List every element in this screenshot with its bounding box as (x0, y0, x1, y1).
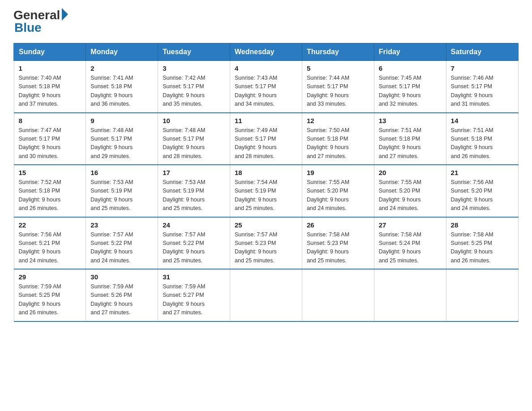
day-info: Sunrise: 7:58 AMSunset: 5:23 PMDaylight:… (307, 231, 349, 264)
calendar-cell: 3 Sunrise: 7:42 AMSunset: 5:17 PMDayligh… (158, 61, 230, 113)
logo-triangle-icon (62, 8, 68, 21)
calendar-cell: 15 Sunrise: 7:52 AMSunset: 5:18 PMDaylig… (14, 165, 86, 217)
calendar-cell: 11 Sunrise: 7:49 AMSunset: 5:17 PMDaylig… (230, 113, 302, 165)
day-info: Sunrise: 7:46 AMSunset: 5:17 PMDaylight:… (451, 75, 493, 107)
calendar-cell: 28 Sunrise: 7:58 AMSunset: 5:25 PMDaylig… (446, 217, 518, 270)
calendar-cell: 16 Sunrise: 7:53 AMSunset: 5:19 PMDaylig… (86, 165, 158, 217)
calendar-cell: 2 Sunrise: 7:41 AMSunset: 5:18 PMDayligh… (86, 61, 158, 113)
day-info: Sunrise: 7:43 AMSunset: 5:17 PMDaylight:… (235, 75, 277, 107)
logo-general-text: General (13, 9, 60, 21)
calendar-cell: 24 Sunrise: 7:57 AMSunset: 5:22 PMDaylig… (158, 217, 230, 270)
logo: General Blue (13, 9, 68, 34)
day-number: 6 (379, 64, 442, 72)
calendar-cell: 26 Sunrise: 7:58 AMSunset: 5:23 PMDaylig… (302, 217, 374, 270)
day-number: 22 (19, 221, 82, 229)
day-info: Sunrise: 7:51 AMSunset: 5:18 PMDaylight:… (379, 127, 421, 159)
calendar-cell: 13 Sunrise: 7:51 AMSunset: 5:18 PMDaylig… (374, 113, 446, 165)
calendar-week-row: 1 Sunrise: 7:40 AMSunset: 5:18 PMDayligh… (14, 61, 518, 113)
day-number: 30 (90, 273, 153, 281)
day-number: 8 (19, 117, 82, 124)
day-number: 10 (163, 117, 225, 124)
calendar-cell: 5 Sunrise: 7:44 AMSunset: 5:17 PMDayligh… (302, 61, 374, 113)
day-info: Sunrise: 7:49 AMSunset: 5:17 PMDaylight:… (235, 127, 277, 159)
calendar-cell: 30 Sunrise: 7:59 AMSunset: 5:26 PMDaylig… (86, 269, 158, 321)
day-info: Sunrise: 7:55 AMSunset: 5:20 PMDaylight:… (307, 179, 349, 211)
day-header-friday: Friday (374, 43, 446, 61)
calendar-week-row: 29 Sunrise: 7:59 AMSunset: 5:25 PMDaylig… (14, 269, 518, 321)
calendar-header-row: SundayMondayTuesdayWednesdayThursdayFrid… (14, 43, 518, 61)
logo-blue-text: Blue (13, 21, 68, 34)
calendar-cell: 17 Sunrise: 7:53 AMSunset: 5:19 PMDaylig… (158, 165, 230, 217)
day-number: 3 (163, 64, 225, 72)
calendar-week-row: 8 Sunrise: 7:47 AMSunset: 5:17 PMDayligh… (14, 113, 518, 165)
calendar-cell: 14 Sunrise: 7:51 AMSunset: 5:18 PMDaylig… (446, 113, 518, 165)
day-number: 17 (163, 169, 225, 176)
day-number: 12 (307, 117, 369, 124)
calendar-cell: 20 Sunrise: 7:55 AMSunset: 5:20 PMDaylig… (374, 165, 446, 217)
calendar-cell: 7 Sunrise: 7:46 AMSunset: 5:17 PMDayligh… (446, 61, 518, 113)
day-header-sunday: Sunday (14, 43, 86, 61)
calendar-cell: 21 Sunrise: 7:56 AMSunset: 5:20 PMDaylig… (446, 165, 518, 217)
calendar-cell: 8 Sunrise: 7:47 AMSunset: 5:17 PMDayligh… (14, 113, 86, 165)
day-info: Sunrise: 7:54 AMSunset: 5:19 PMDaylight:… (235, 179, 277, 211)
day-info: Sunrise: 7:53 AMSunset: 5:19 PMDaylight:… (90, 179, 133, 211)
day-info: Sunrise: 7:57 AMSunset: 5:23 PMDaylight:… (235, 231, 277, 264)
calendar-cell: 25 Sunrise: 7:57 AMSunset: 5:23 PMDaylig… (230, 217, 302, 270)
calendar-week-row: 15 Sunrise: 7:52 AMSunset: 5:18 PMDaylig… (14, 165, 518, 217)
calendar-cell: 22 Sunrise: 7:56 AMSunset: 5:21 PMDaylig… (14, 217, 86, 270)
day-info: Sunrise: 7:44 AMSunset: 5:17 PMDaylight:… (307, 75, 349, 107)
day-info: Sunrise: 7:51 AMSunset: 5:18 PMDaylight:… (451, 127, 493, 159)
day-number: 4 (235, 64, 297, 72)
day-info: Sunrise: 7:52 AMSunset: 5:18 PMDaylight:… (19, 179, 61, 211)
calendar-cell (302, 269, 374, 321)
day-info: Sunrise: 7:59 AMSunset: 5:25 PMDaylight:… (19, 283, 61, 316)
calendar-cell: 9 Sunrise: 7:48 AMSunset: 5:17 PMDayligh… (86, 113, 158, 165)
day-header-tuesday: Tuesday (158, 43, 230, 61)
day-number: 1 (19, 64, 82, 72)
day-info: Sunrise: 7:55 AMSunset: 5:20 PMDaylight:… (379, 179, 421, 211)
calendar-cell: 18 Sunrise: 7:54 AMSunset: 5:19 PMDaylig… (230, 165, 302, 217)
calendar-cell: 10 Sunrise: 7:48 AMSunset: 5:17 PMDaylig… (158, 113, 230, 165)
day-info: Sunrise: 7:48 AMSunset: 5:17 PMDaylight:… (90, 127, 133, 159)
day-header-monday: Monday (86, 43, 158, 61)
day-info: Sunrise: 7:59 AMSunset: 5:27 PMDaylight:… (163, 283, 205, 316)
day-number: 2 (90, 64, 153, 72)
page-header: General Blue (13, 9, 519, 34)
calendar-cell (230, 269, 302, 321)
day-number: 23 (90, 221, 153, 229)
logo-general: General (13, 9, 68, 21)
day-info: Sunrise: 7:58 AMSunset: 5:25 PMDaylight:… (451, 231, 493, 264)
calendar-cell: 12 Sunrise: 7:50 AMSunset: 5:18 PMDaylig… (302, 113, 374, 165)
day-info: Sunrise: 7:41 AMSunset: 5:18 PMDaylight:… (90, 75, 133, 107)
calendar-cell: 6 Sunrise: 7:45 AMSunset: 5:17 PMDayligh… (374, 61, 446, 113)
day-number: 5 (307, 64, 369, 72)
day-header-saturday: Saturday (446, 43, 518, 61)
calendar-cell: 23 Sunrise: 7:57 AMSunset: 5:22 PMDaylig… (86, 217, 158, 270)
day-info: Sunrise: 7:56 AMSunset: 5:21 PMDaylight:… (19, 231, 61, 264)
calendar-cell (374, 269, 446, 321)
day-info: Sunrise: 7:57 AMSunset: 5:22 PMDaylight:… (90, 231, 133, 264)
day-number: 14 (451, 117, 514, 124)
day-info: Sunrise: 7:56 AMSunset: 5:20 PMDaylight:… (451, 179, 493, 211)
day-number: 16 (90, 169, 153, 176)
day-number: 27 (379, 221, 442, 229)
calendar-cell: 31 Sunrise: 7:59 AMSunset: 5:27 PMDaylig… (158, 269, 230, 321)
day-info: Sunrise: 7:48 AMSunset: 5:17 PMDaylight:… (163, 127, 205, 159)
calendar-cell: 19 Sunrise: 7:55 AMSunset: 5:20 PMDaylig… (302, 165, 374, 217)
day-number: 28 (451, 221, 514, 229)
day-info: Sunrise: 7:57 AMSunset: 5:22 PMDaylight:… (163, 231, 205, 264)
day-info: Sunrise: 7:58 AMSunset: 5:24 PMDaylight:… (379, 231, 421, 264)
calendar-table: SundayMondayTuesdayWednesdayThursdayFrid… (13, 43, 519, 322)
day-info: Sunrise: 7:47 AMSunset: 5:17 PMDaylight:… (19, 127, 61, 159)
calendar-cell: 27 Sunrise: 7:58 AMSunset: 5:24 PMDaylig… (374, 217, 446, 270)
day-info: Sunrise: 7:42 AMSunset: 5:17 PMDaylight:… (163, 75, 205, 107)
day-number: 7 (451, 64, 514, 72)
day-info: Sunrise: 7:50 AMSunset: 5:18 PMDaylight:… (307, 127, 349, 159)
calendar-cell: 1 Sunrise: 7:40 AMSunset: 5:18 PMDayligh… (14, 61, 86, 113)
day-number: 29 (19, 273, 82, 281)
day-number: 18 (235, 169, 297, 176)
day-number: 21 (451, 169, 514, 176)
day-info: Sunrise: 7:40 AMSunset: 5:18 PMDaylight:… (19, 75, 61, 107)
calendar-cell: 29 Sunrise: 7:59 AMSunset: 5:25 PMDaylig… (14, 269, 86, 321)
day-number: 13 (379, 117, 442, 124)
